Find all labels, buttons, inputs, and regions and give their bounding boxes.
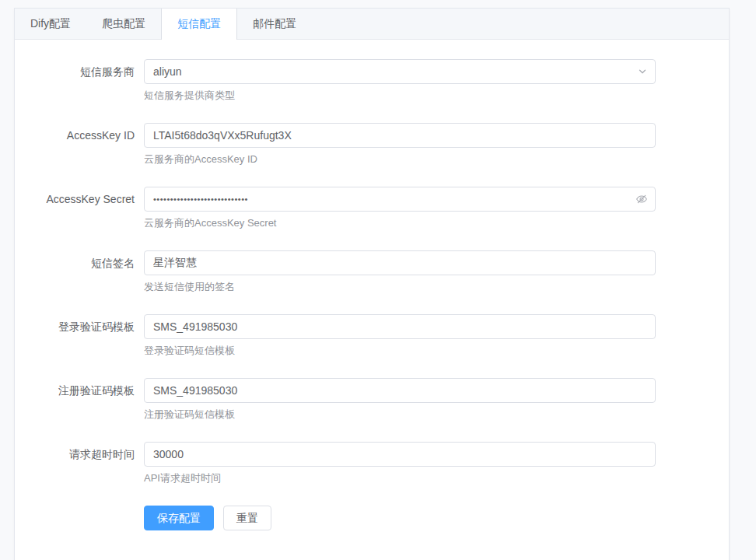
register-template-control: 注册验证码短信模板 xyxy=(144,378,656,422)
access-key-id-control: 云服务商的AccessKey ID xyxy=(144,123,656,166)
login-template-box xyxy=(144,314,656,339)
register-template-label: 注册验证码模板 xyxy=(15,378,144,422)
tab-dify-config[interactable]: Dify配置 xyxy=(15,9,86,40)
eye-off-icon[interactable] xyxy=(635,193,648,205)
sms-config-form: 短信服务商 aliyun 短信服务提供商类型 AccessKey ID xyxy=(15,59,717,530)
access-key-id-help: 云服务商的AccessKey ID xyxy=(144,152,656,166)
form-item-sign-name: 短信签名 发送短信使用的签名 xyxy=(15,250,717,294)
sms-provider-select[interactable]: aliyun xyxy=(144,59,656,84)
form-item-sms-provider: 短信服务商 aliyun 短信服务提供商类型 xyxy=(15,59,717,103)
access-key-secret-control: 云服务商的AccessKey Secret xyxy=(144,187,656,230)
tab-sms-config[interactable]: 短信配置 xyxy=(161,9,237,40)
form-item-access-key-id: AccessKey ID 云服务商的AccessKey ID xyxy=(15,123,717,166)
access-key-secret-label: AccessKey Secret xyxy=(15,187,144,230)
save-config-button[interactable]: 保存配置 xyxy=(144,506,214,530)
access-key-secret-help: 云服务商的AccessKey Secret xyxy=(144,216,656,230)
sms-provider-help: 短信服务提供商类型 xyxy=(144,89,656,103)
timeout-help: API请求超时时间 xyxy=(144,471,656,485)
tab-crawler-config[interactable]: 爬虫配置 xyxy=(86,9,161,40)
timeout-label: 请求超时时间 xyxy=(15,442,144,485)
sms-provider-value: aliyun xyxy=(145,65,655,78)
sign-name-input[interactable] xyxy=(145,251,655,275)
form-item-login-template: 登录验证码模板 登录验证码短信模板 xyxy=(15,314,717,358)
timeout-input[interactable] xyxy=(145,443,655,466)
chevron-down-icon[interactable] xyxy=(637,66,648,77)
login-template-input[interactable] xyxy=(145,315,655,338)
sign-name-help: 发送短信使用的签名 xyxy=(144,280,656,294)
sms-provider-control: aliyun 短信服务提供商类型 xyxy=(144,59,656,103)
sign-name-label: 短信签名 xyxy=(15,250,144,294)
login-template-help: 登录验证码短信模板 xyxy=(144,344,656,358)
login-template-control: 登录验证码短信模板 xyxy=(144,314,656,358)
access-key-id-label: AccessKey ID xyxy=(15,123,144,166)
access-key-secret-box xyxy=(144,187,656,212)
form-item-access-key-secret: AccessKey Secret 云服务商的AccessKey Secret xyxy=(15,187,717,230)
tab-bar: Dify配置 爬虫配置 短信配置 邮件配置 xyxy=(15,9,729,40)
reset-button[interactable]: 重置 xyxy=(223,506,271,530)
register-template-help: 注册验证码短信模板 xyxy=(144,408,656,422)
form-item-timeout: 请求超时时间 API请求超时时间 xyxy=(15,442,717,485)
sign-name-box xyxy=(144,250,656,275)
register-template-input[interactable] xyxy=(145,379,655,402)
tab-email-config[interactable]: 邮件配置 xyxy=(237,9,312,40)
form-item-register-template: 注册验证码模板 注册验证码短信模板 xyxy=(15,378,717,422)
login-template-label: 登录验证码模板 xyxy=(15,314,144,358)
sms-config-panel: 短信服务商 aliyun 短信服务提供商类型 AccessKey ID xyxy=(15,40,729,530)
access-key-id-input[interactable] xyxy=(145,124,655,147)
access-key-id-box xyxy=(144,123,656,148)
sms-provider-label: 短信服务商 xyxy=(15,59,144,103)
form-actions: 保存配置 重置 xyxy=(144,506,717,530)
timeout-control: API请求超时时间 xyxy=(144,442,656,485)
access-key-secret-input[interactable] xyxy=(145,187,655,211)
config-card: Dify配置 爬虫配置 短信配置 邮件配置 短信服务商 aliyun 短信服务提… xyxy=(14,8,730,560)
register-template-box xyxy=(144,378,656,403)
sign-name-control: 发送短信使用的签名 xyxy=(144,250,656,294)
timeout-box xyxy=(144,442,656,467)
